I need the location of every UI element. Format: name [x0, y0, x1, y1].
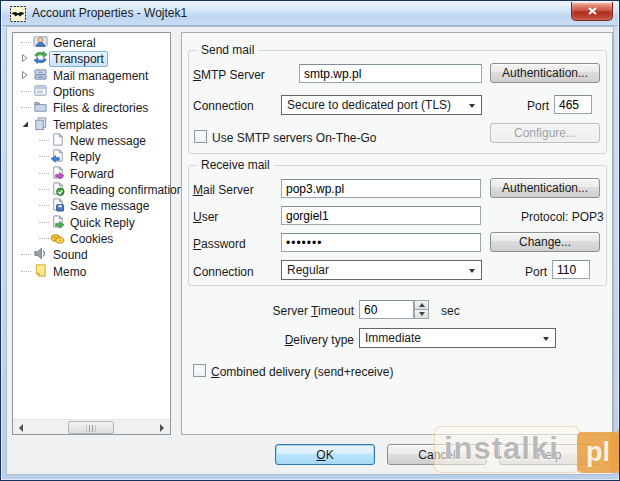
smtp-server-input[interactable] [299, 64, 482, 83]
page-forward-arrow-icon [50, 165, 65, 180]
tree-item-memo[interactable]: Memo [13, 263, 170, 279]
smtp-onthego-checkbox[interactable] [194, 130, 207, 143]
tree-horizontal-scrollbar[interactable] [13, 419, 170, 434]
page-floppy-icon [50, 197, 65, 212]
receive-connection-select[interactable]: Regular [281, 260, 482, 280]
protocol-text: Protocol: POP3 [521, 210, 604, 224]
tree-item-reply[interactable]: Reply [13, 148, 170, 164]
smtp-server-label: SMTP Server [193, 68, 265, 82]
server-timeout-input[interactable] [359, 300, 414, 319]
user-icon [33, 34, 48, 49]
tree-item-cookies[interactable]: Cookies [13, 230, 170, 246]
tree-item-new-message[interactable]: New message [13, 132, 170, 148]
memo-note-icon [33, 263, 48, 278]
collapsed-expander-icon[interactable] [20, 70, 30, 80]
ok-button[interactable]: OK [275, 444, 375, 465]
timeout-unit-label: sec [441, 304, 460, 318]
combined-delivery-label: Combined delivery (send+receive) [211, 365, 393, 379]
send-mail-legend: Send mail [197, 43, 258, 57]
user-label: User [193, 210, 218, 224]
chevron-down-icon [543, 337, 549, 344]
chevron-down-icon [469, 104, 475, 111]
smtp-onthego-label: Use SMTP servers On-The-Go [212, 131, 376, 145]
receive-connection-label: Connection [193, 265, 254, 279]
user-input[interactable] [281, 206, 481, 225]
mail-server-input[interactable] [281, 179, 481, 198]
tree-item-options[interactable]: Options [13, 83, 170, 99]
tree-item-transport[interactable]: Transport [13, 50, 170, 66]
tree-item-templates[interactable]: Templates [13, 116, 170, 132]
receive-mail-legend: Receive mail [197, 158, 274, 172]
receive-port-input[interactable] [552, 260, 590, 279]
scroll-left-arrow-icon[interactable] [13, 420, 29, 435]
mail-tray-icon [33, 67, 48, 82]
spinner-down-icon[interactable] [414, 310, 429, 320]
folder-icon [33, 99, 48, 114]
send-port-label: Port [509, 99, 549, 113]
receive-mail-group: Receive mail Mail Server Authentication.… [188, 165, 607, 286]
tree-item-save-message[interactable]: Save message [13, 197, 170, 213]
options-window-icon [33, 83, 48, 98]
title-bar[interactable]: Account Properties - Wojtek1 [2, 2, 618, 26]
change-password-button[interactable]: Change... [490, 232, 600, 252]
tree-item-forward[interactable]: Forward [13, 165, 170, 181]
account-properties-dialog: Account Properties - Wojtek1 General Tra… [0, 0, 620, 481]
page-check-icon [50, 181, 65, 196]
receive-authentication-button[interactable]: Authentication... [490, 178, 600, 198]
tree-item-sound[interactable]: Sound [13, 246, 170, 262]
send-connection-select[interactable]: Secure to dedicated port (TLS) [281, 95, 482, 115]
chevron-down-icon [469, 269, 475, 276]
thebat-app-icon [10, 6, 26, 22]
tree-item-reading-confirmation[interactable]: Reading confirmation [13, 181, 170, 197]
combined-delivery-checkbox[interactable] [193, 364, 206, 377]
receive-port-label: Port [507, 265, 547, 279]
close-button[interactable] [571, 2, 613, 21]
page-icon [50, 132, 65, 147]
scroll-right-arrow-icon[interactable] [154, 420, 170, 435]
cancel-button[interactable]: Cancel [387, 444, 487, 465]
window-title: Account Properties - Wojtek1 [32, 2, 187, 25]
transport-arrows-icon [33, 50, 48, 65]
transport-settings-panel: Send mail SMTP Server Authentication... … [181, 32, 613, 435]
send-mail-group: Send mail SMTP Server Authentication... … [188, 50, 607, 154]
send-authentication-button[interactable]: Authentication... [490, 63, 600, 83]
server-timeout-spinner[interactable] [359, 300, 429, 319]
tree-item-mail-management[interactable]: Mail management [13, 67, 170, 83]
templates-pages-icon [33, 116, 48, 131]
mail-server-label: Mail Server [193, 183, 254, 197]
cookies-icon [50, 230, 65, 245]
tree-item-files-directories[interactable]: Files & directories [13, 99, 170, 115]
delivery-type-label: Delivery type [242, 333, 354, 347]
page-reply-arrow-icon [50, 148, 65, 163]
delivery-type-select[interactable]: Immediate [359, 328, 556, 348]
tree-item-general[interactable]: General [13, 34, 170, 50]
collapsed-expander-icon[interactable] [20, 53, 30, 63]
send-connection-label: Connection [193, 99, 254, 113]
help-button[interactable]: Help [499, 444, 599, 465]
expanded-expander-icon[interactable] [20, 119, 30, 129]
send-port-input[interactable] [554, 95, 592, 114]
page-quick-arrow-icon [50, 214, 65, 229]
password-input[interactable] [281, 233, 481, 252]
speaker-icon [33, 246, 48, 261]
password-label: Password [193, 237, 246, 251]
dialog-client-area: General Transport Mail management Option… [6, 26, 614, 475]
configure-button[interactable]: Configure... [490, 123, 600, 143]
scrollbar-thumb[interactable] [68, 421, 114, 434]
close-icon [588, 7, 597, 15]
server-timeout-label: Server Timeout [242, 304, 354, 318]
tree-item-quick-reply[interactable]: Quick Reply [13, 214, 170, 230]
spinner-up-icon[interactable] [414, 300, 429, 310]
category-tree: General Transport Mail management Option… [12, 32, 171, 435]
